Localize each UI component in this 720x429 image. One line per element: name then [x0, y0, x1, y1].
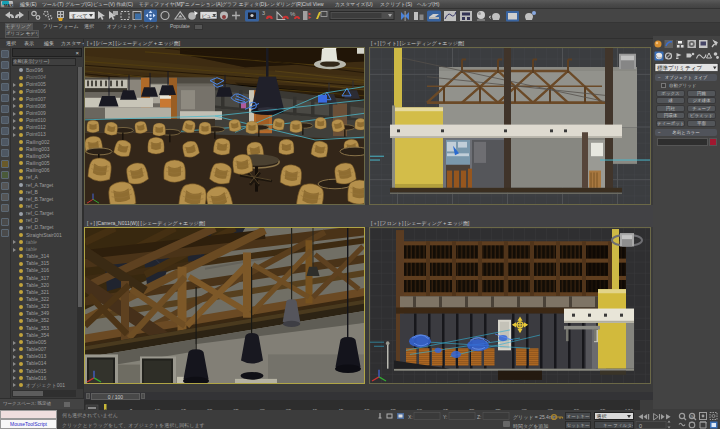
- svg-text:Z:: Z:: [477, 414, 481, 420]
- svg-text:3: 3: [262, 10, 265, 16]
- svg-text:X:: X:: [408, 414, 413, 420]
- svg-text:Y:: Y:: [443, 414, 447, 420]
- svg-text:標準プリミティブ: 標準プリミティブ: [657, 65, 702, 72]
- svg-text:%: %: [290, 11, 296, 17]
- svg-text:0: 0: [639, 423, 642, 429]
- svg-text:時間タグを追加: 時間タグを追加: [513, 423, 548, 429]
- svg-text:すべて: すべて: [71, 13, 88, 20]
- svg-text:グリッド = 25.4mm: グリッド = 25.4mm: [513, 414, 557, 420]
- svg-text:%: %: [691, 414, 695, 419]
